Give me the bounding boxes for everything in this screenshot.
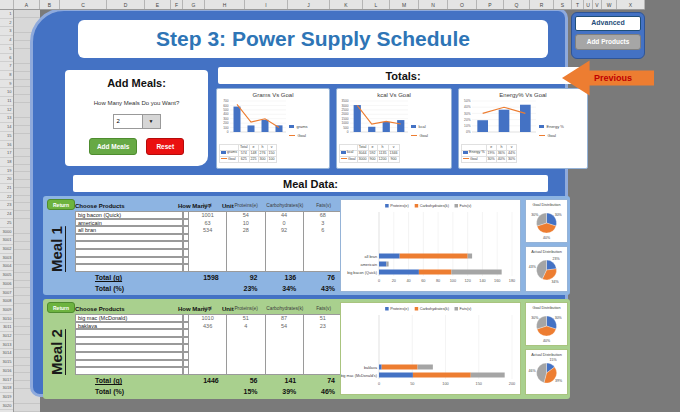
row-header[interactable]: 20 xyxy=(0,175,13,184)
column-header-J[interactable]: J xyxy=(288,0,330,9)
row-header[interactable]: 3011 xyxy=(0,323,13,332)
product-cell[interactable] xyxy=(75,234,183,242)
row-header[interactable]: 5 xyxy=(0,45,13,54)
return-button[interactable]: Return xyxy=(47,199,75,210)
product-cell[interactable]: big mac (McDonald) xyxy=(75,314,183,322)
row-header[interactable]: 3001 xyxy=(0,236,13,245)
column-header-S[interactable]: S xyxy=(554,0,572,9)
row-header[interactable]: 25 xyxy=(0,219,13,228)
row-header[interactable]: 3004 xyxy=(0,262,13,271)
column-header-N[interactable]: N xyxy=(419,0,448,9)
row-header[interactable]: 3015 xyxy=(0,358,13,367)
row-header[interactable]: 16 xyxy=(0,141,13,150)
row-header[interactable]: 15 xyxy=(0,132,13,141)
product-cell[interactable] xyxy=(75,264,183,272)
row-header[interactable]: 14 xyxy=(0,123,13,132)
meal-count-dropdown[interactable]: 2 ▼ xyxy=(113,114,161,129)
column-header-D[interactable]: D xyxy=(107,0,145,9)
column-header-R[interactable]: R xyxy=(530,0,554,9)
row-header[interactable]: 3006 xyxy=(0,280,13,289)
row-header[interactable]: 3010 xyxy=(0,315,13,324)
product-cell[interactable] xyxy=(75,367,183,375)
column-header-E[interactable]: E xyxy=(145,0,171,9)
product-cell[interactable] xyxy=(75,249,183,257)
column-headers[interactable]: ABCDEFGHIJKLMNOPQRSTUVWX xyxy=(0,0,645,10)
row-header[interactable]: 13 xyxy=(0,114,13,123)
column-header-A[interactable]: A xyxy=(14,0,40,9)
product-cell[interactable]: big bacon (Quick) xyxy=(75,211,183,219)
select-all-corner[interactable] xyxy=(0,0,14,9)
column-header-X[interactable]: X xyxy=(617,0,645,9)
row-header[interactable]: 3 xyxy=(0,27,13,36)
row-header[interactable]: 3002 xyxy=(0,245,13,254)
column-header-K[interactable]: K xyxy=(330,0,363,9)
row-header[interactable]: 23 xyxy=(0,201,13,210)
column-header-P[interactable]: P xyxy=(477,0,504,9)
column-header-L[interactable]: L xyxy=(363,0,390,9)
row-header[interactable]: 3012 xyxy=(0,332,13,341)
row-header[interactable]: 3016 xyxy=(0,367,13,376)
column-header-Q[interactable]: Q xyxy=(504,0,530,9)
add-meals-button[interactable]: Add Meals xyxy=(89,138,138,155)
column-header-I[interactable]: I xyxy=(245,0,288,9)
product-cell[interactable] xyxy=(75,344,183,352)
meal-count-value[interactable]: 2 xyxy=(114,115,143,128)
column-header-U[interactable]: U xyxy=(584,0,593,9)
row-header[interactable]: 2 xyxy=(0,19,13,28)
column-header-H[interactable]: H xyxy=(205,0,245,9)
row-header[interactable]: 3009 xyxy=(0,306,13,315)
row-header[interactable]: 3017 xyxy=(0,376,13,385)
row-header[interactable]: 17 xyxy=(0,149,13,158)
row-header[interactable]: 3013 xyxy=(0,341,13,350)
column-header-G[interactable]: G xyxy=(183,0,205,9)
row-header[interactable]: 10 xyxy=(0,88,13,97)
row-headers[interactable]: 1234567891011121314151617181920212223242… xyxy=(0,10,14,412)
row-header[interactable]: 3007 xyxy=(0,289,13,298)
row-header[interactable]: 18 xyxy=(0,158,13,167)
product-cell[interactable] xyxy=(75,241,183,249)
product-cell[interactable] xyxy=(75,360,183,368)
row-header[interactable]: 1 xyxy=(0,10,13,19)
row-header[interactable]: 19 xyxy=(0,167,13,176)
column-header-B[interactable]: B xyxy=(40,0,60,9)
product-cell[interactable] xyxy=(75,329,183,337)
row-header[interactable]: 4 xyxy=(0,36,13,45)
column-header-M[interactable]: M xyxy=(390,0,419,9)
return-button[interactable]: Return xyxy=(47,302,75,313)
row-header[interactable]: 3019 xyxy=(0,393,13,402)
dropdown-arrow-icon[interactable]: ▼ xyxy=(143,115,160,128)
row-header[interactable]: 3018 xyxy=(0,384,13,393)
row-header[interactable]: 3014 xyxy=(0,349,13,358)
column-header-O[interactable]: O xyxy=(448,0,477,9)
row-header[interactable]: 3000 xyxy=(0,228,13,237)
row-header[interactable]: 12 xyxy=(0,106,13,115)
product-cell[interactable] xyxy=(75,257,183,265)
row-header[interactable]: 9 xyxy=(0,80,13,89)
bar-series-icon xyxy=(463,151,468,154)
product-cell[interactable]: americain xyxy=(75,219,183,227)
row-header[interactable]: 21 xyxy=(0,184,13,193)
column-header-C[interactable]: C xyxy=(60,0,107,9)
row-header[interactable]: 7 xyxy=(0,62,13,71)
advanced-button[interactable]: Advanced xyxy=(575,16,641,31)
row-header[interactable]: 3020 xyxy=(0,402,13,411)
product-cell[interactable]: baklava xyxy=(75,322,183,330)
row-header[interactable]: 6 xyxy=(0,54,13,63)
nutrient-value-cell xyxy=(189,250,226,258)
add-products-button[interactable]: Add Products xyxy=(575,34,641,50)
row-header[interactable]: 11 xyxy=(0,97,13,106)
row-header[interactable]: 8 xyxy=(0,71,13,80)
row-header[interactable]: 3003 xyxy=(0,254,13,263)
reset-button[interactable]: Reset xyxy=(146,138,184,155)
row-header[interactable]: 3005 xyxy=(0,271,13,280)
column-header-V[interactable]: V xyxy=(593,0,602,9)
row-header[interactable]: 3008 xyxy=(0,297,13,306)
column-header-W[interactable]: W xyxy=(602,0,617,9)
product-cell[interactable] xyxy=(75,337,183,345)
column-header-F[interactable]: F xyxy=(171,0,183,9)
product-cell[interactable] xyxy=(75,352,183,360)
product-cell[interactable]: all bran xyxy=(75,226,183,234)
row-header[interactable]: 24 xyxy=(0,210,13,219)
row-header[interactable]: 22 xyxy=(0,193,13,202)
column-header-T[interactable]: T xyxy=(572,0,584,9)
